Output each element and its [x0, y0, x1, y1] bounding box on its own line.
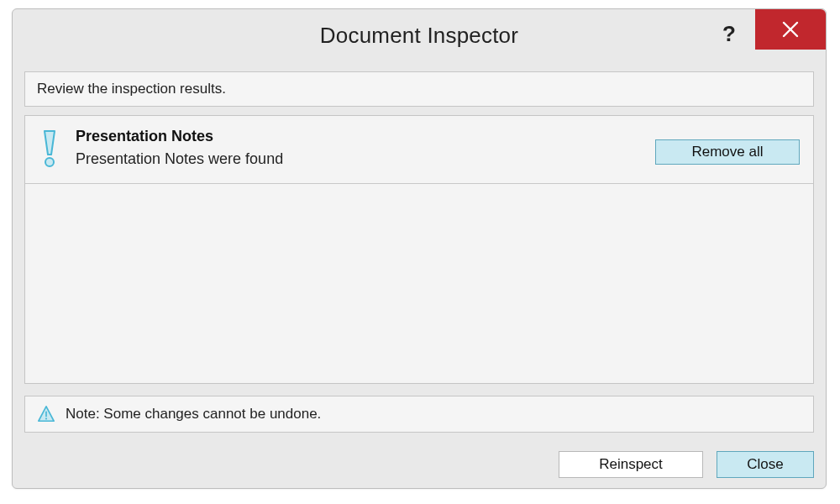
close-button[interactable]: Close [717, 451, 814, 478]
instruction-bar: Review the inspection results. [24, 71, 814, 107]
document-inspector-dialog: Document Inspector ? Review the inspecti… [12, 8, 827, 489]
reinspect-button[interactable]: Reinspect [559, 451, 703, 478]
note-text: Note: Some changes cannot be undone. [66, 406, 321, 423]
results-panel: Presentation Notes Presentation Notes we… [24, 115, 814, 384]
help-icon: ? [722, 21, 736, 47]
dialog-footer: Reinspect Close [559, 451, 814, 478]
result-row: Presentation Notes Presentation Notes we… [25, 116, 813, 184]
svg-point-3 [45, 158, 54, 166]
close-icon [780, 19, 801, 39]
close-label: Close [747, 456, 783, 473]
remove-all-button[interactable]: Remove all [655, 139, 800, 165]
warning-icon [37, 405, 55, 423]
title-bar: Document Inspector ? [13, 9, 826, 61]
help-button[interactable]: ? [715, 19, 743, 48]
result-text-block: Presentation Notes Presentation Notes we… [76, 128, 655, 168]
window-close-button[interactable] [755, 9, 826, 50]
instruction-text: Review the inspection results. [37, 81, 226, 97]
note-panel: Note: Some changes cannot be undone. [24, 396, 814, 433]
svg-point-6 [45, 417, 47, 419]
exclamation-icon [39, 129, 60, 168]
svg-marker-2 [45, 131, 55, 155]
dialog-title: Document Inspector [320, 23, 518, 49]
remove-all-label: Remove all [691, 144, 763, 160]
reinspect-label: Reinspect [599, 456, 663, 473]
result-title: Presentation Notes [76, 128, 655, 145]
result-description: Presentation Notes were found [76, 150, 655, 168]
